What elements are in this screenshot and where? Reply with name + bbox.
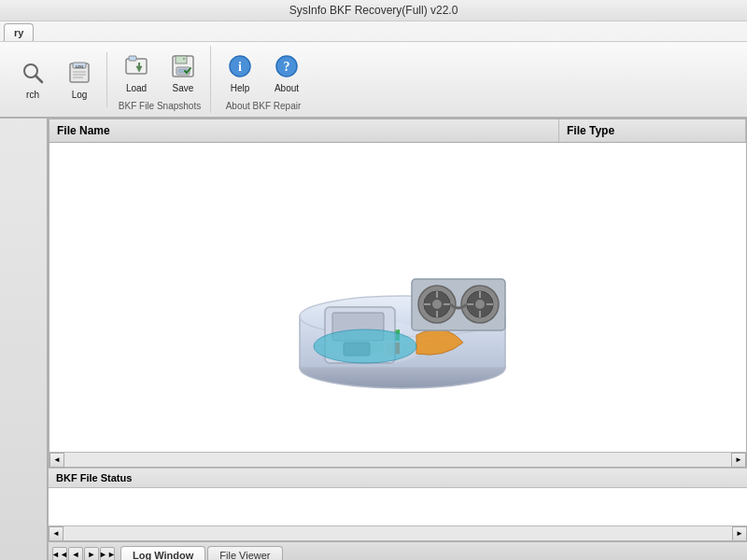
load-icon: [121, 51, 151, 81]
log-button[interactable]: LOG Log: [58, 54, 101, 104]
bottom-tabs: ◄◄ ◄ ► ►► Log Window File Viewer: [49, 540, 747, 560]
app-title: SysInfo BKF Recovery(Full) v22.0: [289, 4, 458, 17]
search-button[interactable]: rch: [11, 54, 54, 104]
table-body: [49, 143, 746, 452]
status-body: [49, 488, 747, 525]
toolbar-container: ry rch: [0, 21, 747, 119]
save-icon: [168, 51, 198, 81]
about-label: About: [275, 83, 299, 93]
file-table: File Name File Type: [49, 119, 747, 468]
about-button[interactable]: ? About: [265, 48, 308, 97]
status-scroll-left[interactable]: ◄: [49, 526, 63, 541]
log-label: Log: [72, 90, 88, 100]
save-label: Save: [173, 83, 194, 93]
svg-text:i: i: [238, 60, 242, 74]
toolbar-ribbon: rch LOG Log: [0, 41, 747, 117]
svg-text:?: ?: [284, 60, 290, 74]
nav-last[interactable]: ►►: [100, 547, 115, 560]
column-header-type: File Type: [559, 119, 746, 142]
toolbar-group-help-about: i Help ? About About BKF Repair: [213, 46, 314, 113]
bkf-illustration: [267, 204, 529, 391]
status-scrollbar[interactable]: ◄ ►: [49, 525, 747, 540]
nav-first[interactable]: ◄◄: [52, 547, 67, 560]
status-scroll-right[interactable]: ►: [732, 526, 747, 541]
help-icon: i: [225, 51, 255, 81]
about-icon: ?: [272, 51, 302, 81]
nav-prev[interactable]: ◄: [68, 547, 83, 560]
help-label: Help: [231, 83, 250, 93]
toolbar-group-load-save: Load Save: [109, 46, 211, 113]
search-icon: [18, 58, 48, 88]
log-icon: LOG: [64, 58, 94, 88]
nav-arrows: ◄◄ ◄ ► ►►: [52, 547, 115, 560]
tab-log-window[interactable]: Log Window: [120, 546, 205, 561]
scroll-track[interactable]: [64, 453, 731, 467]
tab-recovery[interactable]: ry: [4, 23, 34, 41]
horizontal-scrollbar[interactable]: ◄ ►: [49, 452, 746, 467]
load-label: Load: [126, 83, 147, 93]
svg-line-1: [35, 76, 42, 82]
title-bar: SysInfo BKF Recovery(Full) v22.0: [0, 0, 747, 21]
tab-file-viewer[interactable]: File Viewer: [207, 546, 282, 561]
status-scroll-track[interactable]: [63, 526, 732, 540]
bkf-snapshots-label: BKF File Snapshots: [119, 101, 201, 111]
svg-point-43: [314, 329, 416, 363]
svg-rect-13: [176, 56, 187, 63]
search-label: rch: [26, 90, 39, 100]
svg-text:LOG: LOG: [76, 64, 84, 69]
left-sidebar: [0, 119, 49, 560]
column-header-name: File Name: [49, 119, 559, 142]
nav-next[interactable]: ►: [84, 547, 99, 560]
scroll-left-arrow[interactable]: ◄: [49, 453, 64, 468]
help-button[interactable]: i Help: [218, 48, 261, 97]
status-header: BKF File Status: [49, 469, 747, 488]
svg-point-35: [475, 300, 485, 309]
main-area: File Name File Type: [0, 119, 747, 560]
svg-point-28: [432, 300, 442, 309]
toolbar-tabs: ry: [0, 21, 747, 41]
content-pane: File Name File Type: [49, 119, 747, 560]
save-button[interactable]: Save: [162, 48, 204, 97]
about-bkf-label: About BKF Repair: [226, 101, 302, 111]
toolbar-group-search-log: rch LOG Log: [6, 52, 107, 107]
scroll-right-arrow[interactable]: ►: [731, 453, 746, 468]
bkf-graphic: [267, 204, 529, 391]
status-section: BKF File Status ◄ ►: [49, 468, 747, 540]
table-header: File Name File Type: [49, 119, 746, 143]
svg-rect-9: [129, 56, 136, 61]
load-button[interactable]: Load: [115, 48, 158, 97]
